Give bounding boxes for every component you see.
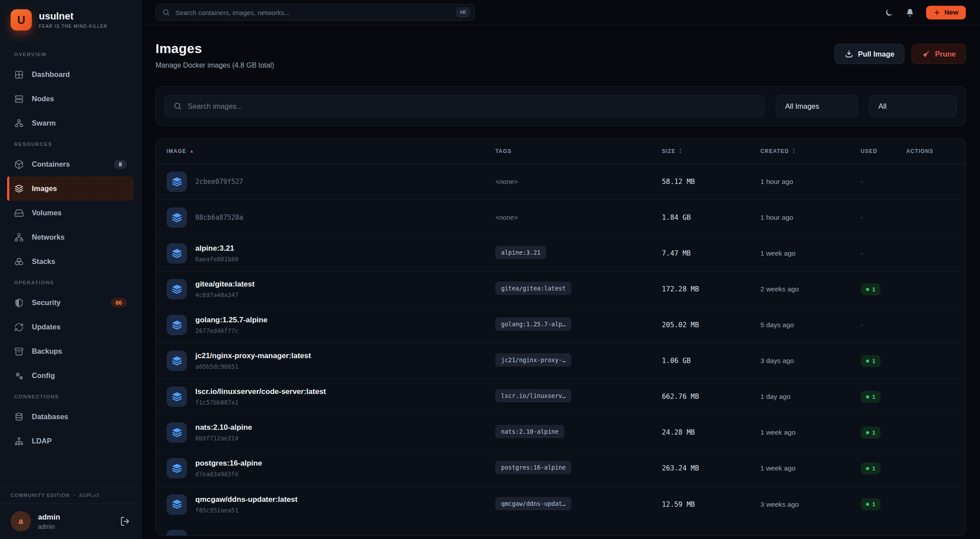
page-header-text: Images Manage Docker images (4.8 GB tota… (156, 41, 274, 69)
images-table: IMAGE▲TAGSSIZE▲▼CREATED▲▼USEDACTIONS 2cb… (156, 138, 966, 536)
images-icon (14, 184, 24, 194)
theme-toggle-button[interactable] (885, 8, 894, 17)
moon-icon (885, 8, 894, 17)
sidebar-item-databases[interactable]: Databases (7, 405, 134, 429)
new-button[interactable]: New (926, 6, 966, 19)
topbar-actions: New (885, 6, 966, 19)
sidebar-item-ldap[interactable]: LDAP (7, 429, 134, 453)
image-icon-tile (167, 530, 187, 536)
config-icon (14, 371, 24, 381)
tag-chip: jc21/nginx-proxy-… (495, 353, 571, 367)
sidebar-item-updates[interactable]: Updates (7, 315, 134, 339)
image-icon-tile (167, 386, 187, 407)
created-cell: 5 days ago (760, 321, 861, 329)
sidebar-footer: COMMUNITY EDITION · AGPLv3 a admin admin (0, 487, 141, 539)
sidebar-item-networks[interactable]: Networks (7, 225, 134, 249)
scope-filter[interactable]: All (869, 95, 957, 117)
size-cell: 58.12 MB (662, 178, 760, 186)
global-search[interactable]: ⌘K (156, 4, 475, 21)
notifications-button[interactable] (905, 8, 915, 17)
used-count: 1 (872, 394, 875, 400)
sidebar-item-nodes[interactable]: Nodes (7, 87, 134, 111)
table-row-gitea-gitea-latest[interactable]: gitea/gitea:latest4c697a48a247gitea/gite… (156, 271, 965, 307)
table-row-golang-1-25-7-alpine[interactable]: golang:1.25.7-alpine2677ed46f77cgolang:1… (156, 307, 965, 343)
sidebar-item-stacks[interactable]: Stacks (7, 249, 134, 274)
prune-button[interactable]: Prune (912, 44, 966, 64)
global-search-input[interactable] (175, 9, 451, 16)
security-icon (14, 298, 24, 308)
tags-cell: qmcgaw/ddns-updat… (495, 497, 662, 512)
created-cell: 1 week ago (760, 428, 861, 436)
sidebar-item-security[interactable]: Security86 (7, 291, 134, 315)
nav-section-label-connections: CONNECTIONS (0, 388, 141, 405)
layers-icon (171, 391, 182, 402)
sidebar-item-dashboard[interactable]: Dashboard (7, 62, 134, 87)
image-hash: 8b9f712ae214 (195, 435, 252, 442)
table-row-nats-2-10-alpine[interactable]: nats:2.10-alpine8b9f712ae214nats:2.10-al… (156, 415, 965, 451)
plus-icon (934, 9, 940, 16)
sidebar-item-backups[interactable]: Backups (7, 339, 134, 363)
tags-cell: lscr.io/linuxserv… (495, 389, 662, 404)
tag-chip: golang:1.25.7-alp… (495, 317, 571, 331)
table-row-qmcgaw-ddns-updater-latest[interactable]: qmcgaw/ddns-updater:latestf85c951aea51qm… (156, 486, 965, 522)
column-header-image[interactable]: IMAGE▲ (167, 148, 495, 154)
search-icon (173, 102, 182, 111)
used-cell: 1 (861, 463, 906, 474)
pull-image-button[interactable]: Pull Image (835, 44, 905, 64)
image-search-input[interactable] (188, 102, 756, 111)
sidebar-item-containers[interactable]: Containers8 (7, 152, 134, 176)
tags-cell: <none> (495, 178, 662, 186)
table-row-postgres-16-alpine[interactable]: postgres:16-alpined7ead3a9d3fepostgres:1… (156, 451, 965, 486)
tags-cell: nats:2.10-alpine (495, 425, 662, 440)
table-row-08cb6a87528a[interactable]: 08cb6a87528a<none>1.84 GB1 hour ago- (156, 200, 965, 236)
size-cell: 172.28 MB (662, 285, 760, 293)
sidebar-item-volumes[interactable]: Volumes (7, 201, 134, 225)
sidebar-item-images[interactable]: Images (7, 176, 134, 201)
table-row-2cbee079f527[interactable]: 2cbee079f527<none>58.12 MB1 hour ago- (156, 164, 965, 200)
image-icon-tile (167, 172, 187, 192)
logout-button[interactable] (120, 516, 130, 527)
image-hash: f85c951aea51 (195, 507, 297, 514)
search-icon (162, 8, 170, 16)
size-cell: 24.28 MB (662, 428, 760, 436)
sidebar-item-swarm[interactable]: Swarm (7, 111, 134, 135)
created-cell: 1 hour ago (760, 214, 861, 222)
status-dot-icon (866, 359, 869, 363)
size-cell: 7.47 MB (662, 249, 760, 257)
image-hash: d7ead3a9d3fe (195, 470, 262, 478)
new-button-label: New (944, 8, 958, 16)
count-badge: 8 (114, 160, 127, 169)
tags-cell: jc21/nginx-proxy-… (495, 353, 662, 368)
nav-section-label-operations: OPERATIONS (0, 274, 141, 291)
sidebar-item-config[interactable]: Config (7, 363, 134, 388)
used-cell: - (861, 214, 906, 222)
created-cell: 1 day ago (760, 393, 861, 401)
tag-chip: lscr.io/linuxserv… (495, 389, 571, 402)
sidebar-item-label: Config (32, 371, 127, 380)
image-type-filter[interactable]: All Images (776, 95, 858, 117)
sidebar-nav: OVERVIEWDashboardNodesSwarmRESOURCESCont… (0, 40, 141, 487)
image-search[interactable] (165, 95, 764, 117)
used-count: 1 (872, 429, 875, 436)
edition-separator: · (73, 493, 76, 498)
sort-ascending-icon: ▲ (190, 149, 194, 153)
sidebar-item-label: LDAP (32, 437, 127, 445)
volumes-icon (14, 208, 24, 218)
size-cell: 1.84 GB (662, 214, 760, 222)
created-cell: 3 weeks ago (760, 501, 861, 508)
layers-icon (171, 427, 182, 438)
brand-logo: U (11, 9, 32, 31)
column-header-created[interactable]: CREATED▲▼ (760, 148, 861, 154)
table-row-jc21-nginx-proxy-manager-latest[interactable]: jc21/nginx-proxy-manager:latesta05b5dc96… (156, 343, 965, 379)
topbar: ⌘K New (141, 0, 980, 25)
backups-icon (14, 347, 24, 356)
table-row-lscr-io-linuxserver-code-server-latest[interactable]: lscr.io/linuxserver/code-server:latestf1… (156, 379, 965, 415)
created-cell: 2 weeks ago (760, 285, 861, 293)
table-row-alpine-3-21[interactable]: alpine:3.216aeafe801b80alpine:3.217.47 M… (156, 236, 965, 271)
user-menu[interactable]: a admin admin (0, 504, 141, 539)
column-header-size[interactable]: SIZE▲▼ (662, 148, 760, 154)
updates-icon (14, 322, 24, 332)
nodes-icon (14, 94, 24, 104)
avatar: a (11, 511, 31, 531)
tags-cell: alpine:3.21 (495, 246, 662, 261)
